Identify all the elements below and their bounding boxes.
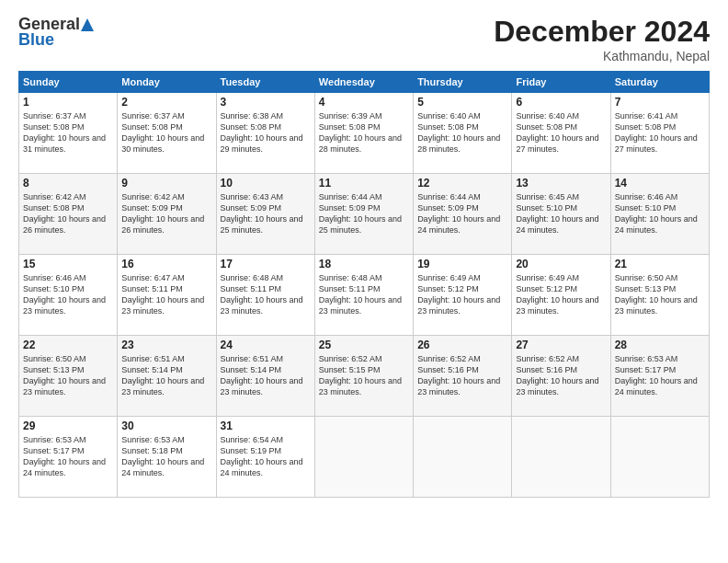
day-info: Sunrise: 6:42 AM Sunset: 5:09 PM Dayligh… [121,191,211,236]
table-row: 15 Sunrise: 6:46 AM Sunset: 5:10 PM Dayl… [19,255,118,336]
logo: General Blue [18,15,94,50]
table-row: 6 Sunrise: 6:40 AM Sunset: 5:08 PM Dayli… [512,93,610,174]
day-number: 5 [417,96,507,109]
table-row: 12 Sunrise: 6:44 AM Sunset: 5:09 PM Dayl… [414,174,512,255]
table-row: 23 Sunrise: 6:51 AM Sunset: 5:14 PM Dayl… [118,336,216,417]
day-number: 17 [221,258,311,270]
table-row: 4 Sunrise: 6:39 AM Sunset: 5:08 PM Dayli… [314,93,413,174]
day-number: 15 [23,258,113,270]
table-row: 22 Sunrise: 6:50 AM Sunset: 5:13 PM Dayl… [19,336,118,417]
day-info: Sunrise: 6:52 AM Sunset: 5:16 PM Dayligh… [516,353,606,398]
day-number: 24 [221,339,311,351]
logo-icon [81,18,94,31]
day-number: 8 [23,177,113,190]
day-info: Sunrise: 6:49 AM Sunset: 5:12 PM Dayligh… [516,272,606,317]
day-number: 14 [615,177,705,190]
table-row: 3 Sunrise: 6:38 AM Sunset: 5:08 PM Dayli… [216,93,314,174]
table-row: 17 Sunrise: 6:48 AM Sunset: 5:11 PM Dayl… [216,255,314,336]
calendar-week-row: 15 Sunrise: 6:46 AM Sunset: 5:10 PM Dayl… [19,255,710,336]
day-number: 10 [221,177,311,190]
calendar-week-row: 1 Sunrise: 6:37 AM Sunset: 5:08 PM Dayli… [19,93,710,174]
table-row: 27 Sunrise: 6:52 AM Sunset: 5:16 PM Dayl… [512,336,610,417]
day-info: Sunrise: 6:53 AM Sunset: 5:18 PM Dayligh… [121,434,211,479]
day-number: 9 [121,177,211,190]
day-number: 7 [615,96,705,109]
day-info: Sunrise: 6:44 AM Sunset: 5:09 PM Dayligh… [417,191,507,236]
day-number: 16 [121,258,211,270]
header-monday: Monday [118,72,216,93]
table-row: 26 Sunrise: 6:52 AM Sunset: 5:16 PM Dayl… [414,336,512,417]
day-info: Sunrise: 6:46 AM Sunset: 5:10 PM Dayligh… [615,191,705,236]
table-row: 19 Sunrise: 6:49 AM Sunset: 5:12 PM Dayl… [414,255,512,336]
table-row: 11 Sunrise: 6:44 AM Sunset: 5:09 PM Dayl… [314,174,413,255]
logo-blue-text: Blue [18,30,54,50]
day-number: 4 [319,96,409,109]
title-area: December 2024 Kathmandu, Nepal [494,15,710,63]
day-number: 18 [319,258,409,270]
location-subtitle: Kathmandu, Nepal [494,49,710,63]
day-number: 26 [417,339,507,351]
day-number: 23 [121,339,211,351]
day-number: 21 [615,258,705,270]
day-info: Sunrise: 6:51 AM Sunset: 5:14 PM Dayligh… [121,353,211,398]
calendar-header-row: Sunday Monday Tuesday Wednesday Thursday… [19,72,710,93]
svg-marker-0 [81,18,94,31]
day-info: Sunrise: 6:49 AM Sunset: 5:12 PM Dayligh… [417,272,507,317]
day-number: 29 [23,419,113,432]
day-info: Sunrise: 6:37 AM Sunset: 5:08 PM Dayligh… [23,110,113,155]
day-number: 6 [516,96,606,109]
day-info: Sunrise: 6:42 AM Sunset: 5:08 PM Dayligh… [23,191,113,236]
day-info: Sunrise: 6:52 AM Sunset: 5:16 PM Dayligh… [417,353,507,398]
day-number: 19 [417,258,507,270]
table-row: 31 Sunrise: 6:54 AM Sunset: 5:19 PM Dayl… [216,417,314,498]
header-tuesday: Tuesday [216,72,314,93]
day-number: 25 [319,339,409,351]
table-row: 29 Sunrise: 6:53 AM Sunset: 5:17 PM Dayl… [19,417,118,498]
day-info: Sunrise: 6:53 AM Sunset: 5:17 PM Dayligh… [23,434,113,479]
day-info: Sunrise: 6:41 AM Sunset: 5:08 PM Dayligh… [615,110,705,155]
month-title: December 2024 [494,15,710,49]
table-row: 5 Sunrise: 6:40 AM Sunset: 5:08 PM Dayli… [414,93,512,174]
day-number: 28 [615,339,705,351]
day-info: Sunrise: 6:51 AM Sunset: 5:14 PM Dayligh… [221,353,311,398]
table-row: 16 Sunrise: 6:47 AM Sunset: 5:11 PM Dayl… [118,255,216,336]
day-number: 3 [221,96,311,109]
table-row [610,417,709,498]
day-number: 30 [121,419,211,432]
day-info: Sunrise: 6:48 AM Sunset: 5:11 PM Dayligh… [319,272,409,317]
calendar-table: Sunday Monday Tuesday Wednesday Thursday… [18,71,710,498]
day-number: 31 [221,419,311,432]
header-thursday: Thursday [414,72,512,93]
day-info: Sunrise: 6:37 AM Sunset: 5:08 PM Dayligh… [121,110,211,155]
table-row: 9 Sunrise: 6:42 AM Sunset: 5:09 PM Dayli… [118,174,216,255]
day-info: Sunrise: 6:45 AM Sunset: 5:10 PM Dayligh… [516,191,606,236]
header-friday: Friday [512,72,610,93]
header-saturday: Saturday [610,72,709,93]
day-info: Sunrise: 6:40 AM Sunset: 5:08 PM Dayligh… [417,110,507,155]
table-row: 21 Sunrise: 6:50 AM Sunset: 5:13 PM Dayl… [610,255,709,336]
table-row: 30 Sunrise: 6:53 AM Sunset: 5:18 PM Dayl… [118,417,216,498]
day-number: 22 [23,339,113,351]
table-row: 8 Sunrise: 6:42 AM Sunset: 5:08 PM Dayli… [19,174,118,255]
table-row [314,417,413,498]
day-info: Sunrise: 6:47 AM Sunset: 5:11 PM Dayligh… [121,272,211,317]
table-row: 7 Sunrise: 6:41 AM Sunset: 5:08 PM Dayli… [610,93,709,174]
table-row: 25 Sunrise: 6:52 AM Sunset: 5:15 PM Dayl… [314,336,413,417]
calendar-week-row: 29 Sunrise: 6:53 AM Sunset: 5:17 PM Dayl… [19,417,710,498]
day-number: 20 [516,258,606,270]
calendar-week-row: 22 Sunrise: 6:50 AM Sunset: 5:13 PM Dayl… [19,336,710,417]
day-number: 13 [516,177,606,190]
day-number: 1 [23,96,113,109]
day-info: Sunrise: 6:43 AM Sunset: 5:09 PM Dayligh… [221,191,311,236]
day-info: Sunrise: 6:53 AM Sunset: 5:17 PM Dayligh… [615,353,705,398]
table-row: 20 Sunrise: 6:49 AM Sunset: 5:12 PM Dayl… [512,255,610,336]
day-info: Sunrise: 6:54 AM Sunset: 5:19 PM Dayligh… [221,434,311,479]
day-info: Sunrise: 6:40 AM Sunset: 5:08 PM Dayligh… [516,110,606,155]
table-row: 13 Sunrise: 6:45 AM Sunset: 5:10 PM Dayl… [512,174,610,255]
table-row: 1 Sunrise: 6:37 AM Sunset: 5:08 PM Dayli… [19,93,118,174]
table-row: 18 Sunrise: 6:48 AM Sunset: 5:11 PM Dayl… [314,255,413,336]
day-info: Sunrise: 6:50 AM Sunset: 5:13 PM Dayligh… [23,353,113,398]
day-number: 12 [417,177,507,190]
day-number: 2 [121,96,211,109]
day-info: Sunrise: 6:50 AM Sunset: 5:13 PM Dayligh… [615,272,705,317]
